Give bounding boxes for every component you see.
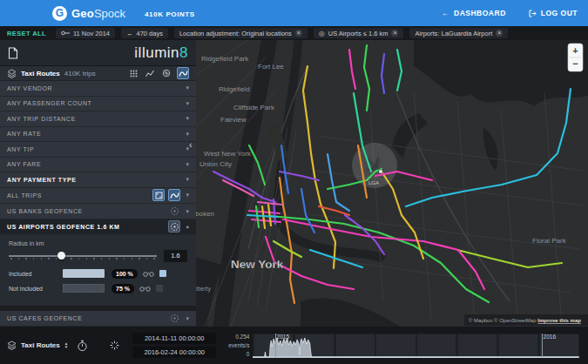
map-place-label: West New York xyxy=(204,150,252,158)
start-date-chip[interactable]: 11 Nov 2014 xyxy=(56,28,115,38)
not-included-label: Not included xyxy=(9,286,63,292)
timeline-year-label: 2015 xyxy=(277,334,289,340)
visibility-goggles-icon[interactable] xyxy=(143,271,154,277)
chevron-down-icon: ▾ xyxy=(186,131,189,138)
timeline-year-gridline xyxy=(275,334,276,357)
not-included-percentage: 75 % xyxy=(112,284,134,293)
radius-value-box[interactable]: 1.6 xyxy=(164,250,187,262)
chevron-up-icon[interactable]: ▴ xyxy=(186,223,189,230)
map-place-label: Hoboken xyxy=(196,210,214,218)
line-chart-icon xyxy=(145,70,154,78)
cafes-geofence-row[interactable]: US CAFES GEOFENCE ▾ xyxy=(0,311,196,327)
illumin8-logo: illumin8 xyxy=(134,44,188,62)
trips-route-button[interactable] xyxy=(168,189,180,201)
filter-chip[interactable]: Location adjustment: Original locations× xyxy=(174,28,308,38)
improve-map-link[interactable]: Improve this map xyxy=(537,318,581,323)
chart-view-button[interactable] xyxy=(144,67,156,79)
map-zoom-control: + − xyxy=(568,44,583,71)
radius-label: Radius in km xyxy=(9,240,187,246)
stopwatch-icon[interactable] xyxy=(77,340,88,352)
map-place-label: Ridgefield xyxy=(219,85,250,93)
airport-marker[interactable] xyxy=(379,170,382,173)
geofence-target-icon[interactable] xyxy=(168,313,180,325)
filter-row-any-rate[interactable]: ANY RATE▾ xyxy=(0,127,196,143)
routes-view-button[interactable] xyxy=(177,67,189,79)
end-time-input[interactable]: 2016-02-24 00:00:00 xyxy=(132,347,216,358)
all-trips-row[interactable]: ALL TRIPS ▾ xyxy=(0,188,196,205)
close-icon[interactable]: × xyxy=(391,30,398,37)
close-icon[interactable]: × xyxy=(496,30,503,37)
sidebar-header: illumin8 xyxy=(0,40,196,66)
filter-row-any-passenger-count[interactable]: ANY PASSENGER COUNT▾ xyxy=(0,97,196,112)
reset-all-button[interactable]: RESET ALL xyxy=(7,30,46,37)
layer-title: Taxi Routes xyxy=(21,70,60,78)
timeline-year-gridline xyxy=(542,334,543,357)
od-matrix-icon xyxy=(155,192,163,199)
slider-track xyxy=(9,255,157,257)
not-included-row: Not included 75 % xyxy=(9,284,187,293)
geofence-target-icon[interactable] xyxy=(168,206,180,218)
close-icon[interactable]: × xyxy=(295,30,302,37)
map-canvas[interactable]: ✈ LGA Ridgefield ParkFort LeeRidgefieldC… xyxy=(196,40,588,327)
duration-label: 470 days xyxy=(136,30,162,37)
brand-name-light: Spock xyxy=(94,7,125,20)
filter-chip[interactable]: ◎US Airports ≤ 1.6 km× xyxy=(314,28,404,38)
map-place-label: Floral Park xyxy=(532,237,567,245)
logout-label: LOG OUT xyxy=(541,9,578,17)
geospock-logo[interactable]: G GeoSpock xyxy=(52,6,125,21)
brand-name-bold: Geo xyxy=(71,7,94,20)
timeline-histogram[interactable]: 20152016 xyxy=(253,334,579,358)
route-squiggle-icon xyxy=(179,70,188,78)
timeline-layer-label: Taxi Routes xyxy=(21,341,60,349)
logout-button[interactable]: LOG OUT xyxy=(529,9,578,17)
od-matrix-button[interactable] xyxy=(152,189,165,201)
not-included-checkbox[interactable] xyxy=(156,285,163,292)
filter-row-label: ANY TRIP DISTANCE xyxy=(7,116,76,122)
filter-row-label: ANY PASSENGER COUNT xyxy=(7,100,92,106)
map-attribution: © Mapbox © OpenStreetMap Improve this ma… xyxy=(469,318,581,323)
filter-chip[interactable]: Airports: LaGuardia Airport× xyxy=(409,28,508,38)
start-time-input[interactable]: 2014-11-11 00:00:00 xyxy=(132,333,216,344)
banks-geofence-row[interactable]: US BANKS GEOFENCE ▾ xyxy=(0,204,196,219)
zoom-in-button[interactable]: + xyxy=(572,45,578,56)
chevron-down-icon[interactable]: ▾ xyxy=(186,192,189,199)
included-checkbox[interactable] xyxy=(159,270,166,277)
cafes-geofence-label: US CAFES GEOFENCE xyxy=(7,315,82,321)
filter-row-any-tip[interactable]: ANY TIP▾ xyxy=(0,142,196,158)
filter-row-any-trip-distance[interactable]: ANY TRIP DISTANCE▾ xyxy=(0,111,196,127)
filter-row-any-fare[interactable]: ANY FARE▾ xyxy=(0,158,196,173)
filter-row-label: ANY VENDOR xyxy=(7,85,52,91)
layer-header: Taxi Routes 410K trips xyxy=(0,66,196,81)
zoom-out-button[interactable]: − xyxy=(572,58,578,69)
time-origin-icon xyxy=(61,30,70,36)
airports-geofence-row[interactable]: US AIRPORTS GEOFENCE 1.6 KM ▴ xyxy=(0,219,196,235)
sort-arrows-icon: ▲▼ xyxy=(64,342,68,349)
filter-row-label: ANY FARE xyxy=(7,161,41,167)
mesh-icon xyxy=(162,69,171,78)
chevron-down-icon[interactable]: ▾ xyxy=(186,315,189,322)
mesh-view-button[interactable] xyxy=(160,67,172,79)
animation-icon[interactable] xyxy=(109,340,120,351)
sidebar-collapse-handle[interactable]: ‹ xyxy=(189,139,193,150)
filter-row-any-vendor[interactable]: ANY VENDOR▾ xyxy=(0,81,196,97)
document-icon[interactable] xyxy=(8,47,18,59)
map-place-label: Liberty xyxy=(196,286,212,293)
grid-view-button[interactable] xyxy=(127,67,139,79)
route-squiggle-icon xyxy=(170,192,179,199)
filter-row-label: ANY PAYMENT TYPE xyxy=(7,177,77,183)
top-bar: G GeoSpock 410K POINTS ← DASHBOARD LOG O… xyxy=(0,0,588,26)
timeline-layer-selector[interactable]: Taxi Routes ▲▼ xyxy=(7,340,68,350)
chevron-down-icon[interactable]: ▾ xyxy=(186,208,189,215)
included-label: Included xyxy=(9,271,63,277)
visibility-goggles-icon[interactable] xyxy=(139,286,151,292)
geofence-target-icon-active[interactable] xyxy=(168,220,180,233)
filter-chips-bar: RESET ALL 11 Nov 2014 ↔ 470 days Locatio… xyxy=(0,26,588,40)
radius-slider[interactable] xyxy=(9,251,157,261)
duration-chip[interactable]: ↔ 470 days xyxy=(121,28,168,38)
grid-icon xyxy=(130,70,138,78)
timeline-axis: 0.254 events/s 0 xyxy=(228,334,249,357)
filter-row-any-payment-type[interactable]: ANY PAYMENT TYPE▾ xyxy=(0,172,196,188)
dashboard-button[interactable]: ← DASHBOARD xyxy=(442,9,506,17)
filter-chip-label: US Airports ≤ 1.6 km xyxy=(328,30,389,37)
map-place-label: Ridgefield Park xyxy=(201,55,249,63)
